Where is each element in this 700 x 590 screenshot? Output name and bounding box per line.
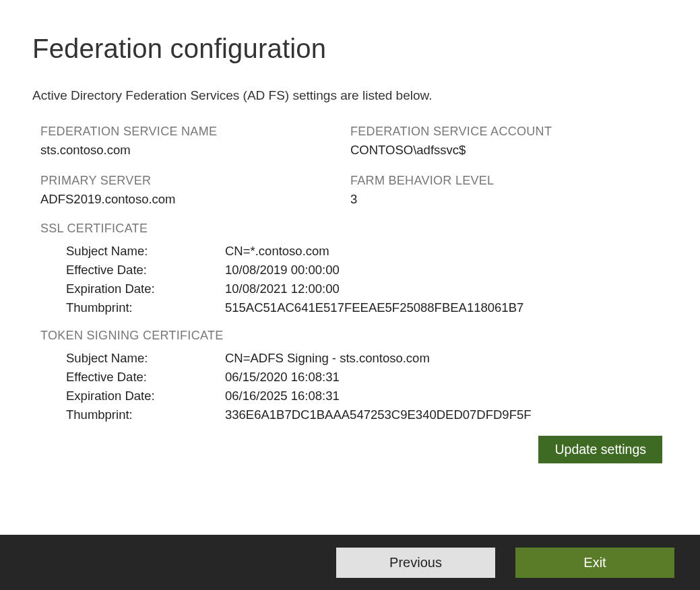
token-effective-date-value: 06/15/2020 16:08:31 [225, 370, 340, 385]
ssl-effective-date-value: 10/08/2019 00:00:00 [225, 263, 340, 277]
token-thumbprint-value: 336E6A1B7DC1BAAA547253C9E340DED07DFD9F5F [225, 407, 532, 422]
info-grid: FEDERATION SERVICE NAME sts.contoso.com … [40, 125, 668, 207]
previous-button[interactable]: Previous [336, 548, 495, 578]
ssl-thumbprint-label: Thumbprint: [66, 300, 225, 315]
ssl-expiration-date-value: 10/08/2021 12:00:00 [225, 282, 340, 296]
token-thumbprint-label: Thumbprint: [66, 407, 225, 422]
federation-service-account-value: CONTOSO\adfssvc$ [350, 143, 668, 158]
farm-behavior-level-label: FARM BEHAVIOR LEVEL [350, 174, 668, 188]
token-effective-date-label: Effective Date: [66, 370, 225, 385]
farm-behavior-level-block: FARM BEHAVIOR LEVEL 3 [350, 174, 668, 207]
token-signing-certificate-header: TOKEN SIGNING CERTIFICATE [40, 329, 668, 343]
token-subject-name-label: Subject Name: [66, 351, 225, 366]
ssl-subject-name-value: CN=*.contoso.com [225, 244, 329, 259]
update-settings-button[interactable]: Update settings [538, 436, 662, 463]
update-button-container: Update settings [32, 436, 668, 463]
farm-behavior-level-value: 3 [350, 192, 668, 207]
exit-button[interactable]: Exit [515, 548, 674, 578]
token-expiration-date-label: Expiration Date: [66, 389, 225, 403]
page-subtitle: Active Directory Federation Services (AD… [32, 88, 668, 103]
footer-bar: Previous Exit [0, 535, 700, 590]
ssl-expiration-date-row: Expiration Date: 10/08/2021 12:00:00 [66, 282, 668, 296]
ssl-effective-date-row: Effective Date: 10/08/2019 00:00:00 [66, 263, 668, 277]
ssl-subject-name-label: Subject Name: [66, 244, 225, 259]
token-expiration-date-value: 06/16/2025 16:08:31 [225, 389, 340, 403]
federation-service-account-label: FEDERATION SERVICE ACCOUNT [350, 125, 668, 139]
primary-server-block: PRIMARY SERVER ADFS2019.contoso.com [40, 174, 344, 207]
primary-server-label: PRIMARY SERVER [40, 174, 344, 188]
page-title: Federation configuration [32, 34, 668, 64]
token-subject-name-value: CN=ADFS Signing - sts.contoso.com [225, 351, 430, 366]
ssl-certificate-header: SSL CERTIFICATE [40, 222, 668, 236]
ssl-effective-date-label: Effective Date: [66, 263, 225, 277]
primary-server-value: ADFS2019.contoso.com [40, 192, 344, 207]
token-effective-date-row: Effective Date: 06/15/2020 16:08:31 [66, 370, 668, 385]
ssl-subject-name-row: Subject Name: CN=*.contoso.com [66, 244, 668, 259]
token-expiration-date-row: Expiration Date: 06/16/2025 16:08:31 [66, 389, 668, 403]
federation-service-name-block: FEDERATION SERVICE NAME sts.contoso.com [40, 125, 344, 158]
ssl-thumbprint-row: Thumbprint: 515AC51AC641E517FEEAE5F25088… [66, 300, 668, 315]
token-thumbprint-row: Thumbprint: 336E6A1B7DC1BAAA547253C9E340… [66, 407, 668, 422]
ssl-thumbprint-value: 515AC51AC641E517FEEAE5F25088FBEA118061B7 [225, 300, 523, 315]
ssl-certificate-table: Subject Name: CN=*.contoso.com Effective… [66, 244, 668, 315]
federation-service-name-value: sts.contoso.com [40, 143, 344, 158]
ssl-expiration-date-label: Expiration Date: [66, 282, 225, 296]
token-signing-certificate-table: Subject Name: CN=ADFS Signing - sts.cont… [66, 351, 668, 422]
federation-service-name-label: FEDERATION SERVICE NAME [40, 125, 344, 139]
federation-service-account-block: FEDERATION SERVICE ACCOUNT CONTOSO\adfss… [350, 125, 668, 158]
token-subject-name-row: Subject Name: CN=ADFS Signing - sts.cont… [66, 351, 668, 366]
